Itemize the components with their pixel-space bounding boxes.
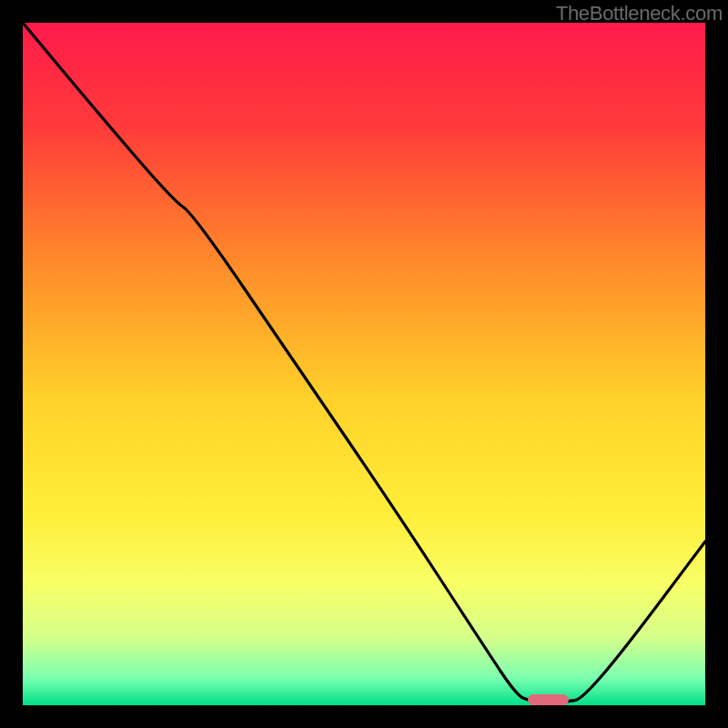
chart-curve-layer	[23, 23, 705, 705]
optimal-range-marker	[528, 694, 569, 705]
bottleneck-curve	[23, 23, 705, 702]
chart-plot-area	[23, 23, 705, 705]
